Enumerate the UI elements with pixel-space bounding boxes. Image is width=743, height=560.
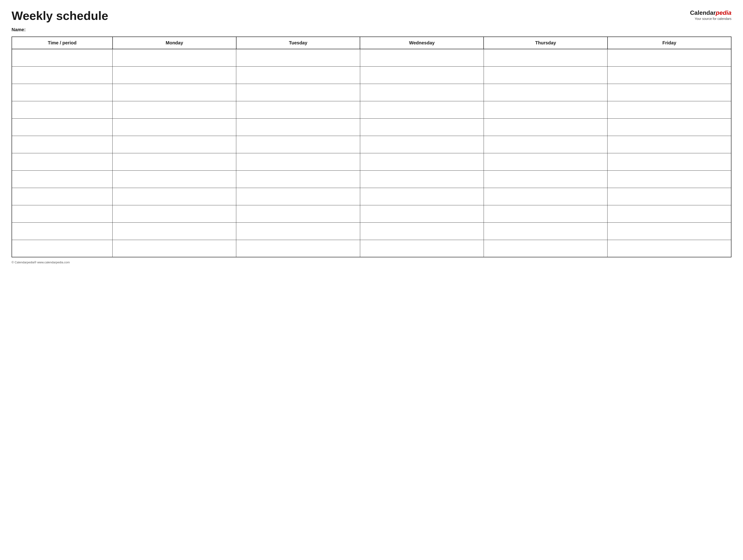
page-title: Weekly schedule — [11, 9, 108, 23]
schedule-cell[interactable] — [113, 153, 236, 170]
time-cell[interactable] — [12, 188, 113, 205]
schedule-cell[interactable] — [236, 101, 360, 118]
schedule-cell[interactable] — [360, 136, 484, 153]
schedule-cell[interactable] — [113, 118, 236, 136]
time-cell[interactable] — [12, 205, 113, 222]
schedule-cell[interactable] — [236, 188, 360, 205]
schedule-cell[interactable] — [236, 67, 360, 84]
time-cell[interactable] — [12, 118, 113, 136]
schedule-cell[interactable] — [360, 101, 484, 118]
schedule-cell[interactable] — [113, 222, 236, 240]
schedule-cell[interactable] — [484, 222, 607, 240]
schedule-cell[interactable] — [360, 84, 484, 101]
table-row — [12, 101, 731, 118]
table-row — [12, 205, 731, 222]
schedule-cell[interactable] — [484, 118, 607, 136]
schedule-cell[interactable] — [236, 118, 360, 136]
name-label: Name: — [11, 27, 732, 32]
header-monday: Monday — [113, 37, 236, 49]
time-cell[interactable] — [12, 153, 113, 170]
table-row — [12, 240, 731, 257]
schedule-cell[interactable] — [484, 49, 607, 67]
time-cell[interactable] — [12, 84, 113, 101]
schedule-cell[interactable] — [113, 67, 236, 84]
table-row — [12, 84, 731, 101]
time-cell[interactable] — [12, 222, 113, 240]
schedule-cell[interactable] — [113, 49, 236, 67]
logo-container: Calendarpedia Your source for calendars — [690, 9, 732, 20]
schedule-cell[interactable] — [608, 222, 731, 240]
schedule-cell[interactable] — [608, 136, 731, 153]
schedule-cell[interactable] — [484, 240, 607, 257]
schedule-cell[interactable] — [113, 240, 236, 257]
header-tuesday: Tuesday — [236, 37, 360, 49]
time-cell[interactable] — [12, 101, 113, 118]
table-row — [12, 170, 731, 188]
schedule-cell[interactable] — [113, 188, 236, 205]
schedule-cell[interactable] — [360, 118, 484, 136]
schedule-cell[interactable] — [113, 84, 236, 101]
schedule-cell[interactable] — [360, 170, 484, 188]
schedule-cell[interactable] — [113, 101, 236, 118]
schedule-cell[interactable] — [236, 49, 360, 67]
logo-calendar-part: Calendar — [690, 9, 716, 16]
time-cell[interactable] — [12, 170, 113, 188]
schedule-cell[interactable] — [484, 153, 607, 170]
logo-pedia-part: pedia — [716, 9, 732, 16]
schedule-cell[interactable] — [113, 205, 236, 222]
schedule-cell[interactable] — [484, 84, 607, 101]
schedule-cell[interactable] — [360, 153, 484, 170]
schedule-cell[interactable] — [360, 222, 484, 240]
schedule-cell[interactable] — [113, 136, 236, 153]
schedule-cell[interactable] — [236, 153, 360, 170]
schedule-cell[interactable] — [608, 205, 731, 222]
schedule-cell[interactable] — [608, 49, 731, 67]
header-friday: Friday — [608, 37, 731, 49]
table-row — [12, 118, 731, 136]
schedule-cell[interactable] — [236, 205, 360, 222]
time-cell[interactable] — [12, 67, 113, 84]
header-thursday: Thursday — [484, 37, 607, 49]
schedule-cell[interactable] — [608, 67, 731, 84]
schedule-cell[interactable] — [360, 49, 484, 67]
schedule-cell[interactable] — [608, 188, 731, 205]
header-wednesday: Wednesday — [360, 37, 484, 49]
schedule-cell[interactable] — [484, 205, 607, 222]
schedule-cell[interactable] — [113, 170, 236, 188]
schedule-cell[interactable] — [608, 240, 731, 257]
schedule-cell[interactable] — [360, 240, 484, 257]
time-cell[interactable] — [12, 240, 113, 257]
schedule-cell[interactable] — [236, 84, 360, 101]
table-header-row: Time / period Monday Tuesday Wednesday T… — [12, 37, 731, 49]
table-row — [12, 136, 731, 153]
page-header: Weekly schedule Calendarpedia Your sourc… — [11, 9, 732, 23]
footer-text: © Calendarpedia® www.calendarpedia.com — [11, 261, 732, 264]
logo: Calendarpedia — [690, 9, 732, 16]
table-row — [12, 222, 731, 240]
table-row — [12, 67, 731, 84]
schedule-cell[interactable] — [484, 101, 607, 118]
schedule-cell[interactable] — [360, 205, 484, 222]
time-cell[interactable] — [12, 49, 113, 67]
schedule-cell[interactable] — [484, 136, 607, 153]
logo-subtitle: Your source for calendars — [695, 17, 732, 20]
schedule-cell[interactable] — [236, 136, 360, 153]
schedule-cell[interactable] — [484, 170, 607, 188]
schedule-cell[interactable] — [236, 170, 360, 188]
schedule-cell[interactable] — [608, 84, 731, 101]
schedule-cell[interactable] — [484, 67, 607, 84]
table-row — [12, 49, 731, 67]
schedule-cell[interactable] — [236, 222, 360, 240]
header-time-period: Time / period — [12, 37, 113, 49]
schedule-cell[interactable] — [608, 101, 731, 118]
schedule-cell[interactable] — [236, 240, 360, 257]
schedule-table: Time / period Monday Tuesday Wednesday T… — [11, 37, 732, 257]
schedule-cell[interactable] — [608, 118, 731, 136]
table-row — [12, 188, 731, 205]
schedule-cell[interactable] — [360, 188, 484, 205]
time-cell[interactable] — [12, 136, 113, 153]
schedule-cell[interactable] — [360, 67, 484, 84]
schedule-cell[interactable] — [608, 153, 731, 170]
schedule-cell[interactable] — [608, 170, 731, 188]
schedule-cell[interactable] — [484, 188, 607, 205]
